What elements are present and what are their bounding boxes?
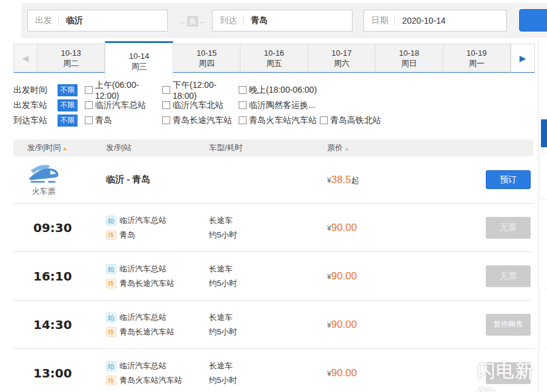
tab-date: 10-18 bbox=[399, 48, 419, 58]
price-cell: ¥90.00 bbox=[327, 222, 436, 234]
duration: 约5小时 bbox=[209, 276, 327, 291]
stations-cell: 始临沂汽车总站 终青岛 bbox=[106, 213, 209, 242]
checkbox[interactable] bbox=[239, 86, 247, 94]
filter-option[interactable]: 临沂汽车总站 bbox=[85, 100, 162, 111]
tab-date: 10-16 bbox=[264, 48, 284, 58]
checkbox[interactable] bbox=[162, 101, 170, 109]
type-cell: 长途车 约5小时 bbox=[209, 310, 327, 339]
tab-day: 周二 bbox=[63, 58, 79, 68]
stations-cell: 始临沂汽车总站 终青岛火车站汽车站 bbox=[106, 359, 209, 388]
no-ticket-button: 无票 bbox=[486, 265, 531, 287]
tab-date-10-16[interactable]: 10-16 周五 bbox=[240, 44, 308, 73]
prev-dates-button[interactable]: ◀ bbox=[13, 44, 38, 73]
checkbox[interactable] bbox=[239, 116, 247, 124]
swap-right-arrow-icon: → bbox=[199, 18, 205, 25]
departure-time: 16:10 bbox=[13, 269, 106, 284]
any-departure-station-button[interactable]: 不限 bbox=[58, 99, 78, 111]
watermark: 闪电新闻 bbox=[477, 359, 547, 392]
chevron-right-icon: ▶ bbox=[520, 53, 526, 63]
bus-type: 长途车 bbox=[209, 310, 327, 325]
departure-label: 出发 bbox=[28, 15, 58, 26]
filter-label: 出发时间 bbox=[13, 85, 58, 96]
filter-option[interactable]: 上午(06:00-12:00) bbox=[85, 80, 162, 101]
train-ticket-row: 火车票 临沂 - 青岛 ¥38.5起 预订 bbox=[13, 156, 533, 204]
checkbox[interactable] bbox=[320, 116, 328, 124]
any-time-button[interactable]: 不限 bbox=[58, 84, 78, 96]
tab-day: 周五 bbox=[266, 58, 282, 68]
stations-cell: 始临沂汽车总站 终青岛长途汽车站 bbox=[106, 310, 209, 339]
filter-option[interactable]: 青岛 bbox=[85, 115, 162, 126]
checkbox[interactable] bbox=[85, 101, 93, 109]
type-cell: 长途车 约5小时 bbox=[209, 213, 327, 242]
stations-cell: 始临沂汽车总站 终青岛长途汽车站 bbox=[106, 262, 209, 291]
side-panel-tab[interactable] bbox=[541, 119, 547, 147]
col-price[interactable]: 票价▲ bbox=[327, 142, 436, 153]
tab-date-10-19[interactable]: 10-19 周一 bbox=[443, 44, 511, 73]
tab-date: 10-15 bbox=[196, 48, 216, 58]
sort-asc-icon[interactable]: ▲ bbox=[62, 145, 68, 151]
tab-date-10-15[interactable]: 10-15 周四 bbox=[173, 44, 240, 73]
date-tabstrip: ◀ 10-13 周二 10-14 周三 10-15 周四 10-16 周五 10… bbox=[13, 41, 535, 79]
duration: 约5小时 bbox=[209, 228, 327, 242]
chevron-left-icon: ◀ bbox=[22, 53, 29, 63]
type-cell: 长途车 约5小时 bbox=[209, 359, 327, 388]
filter-option[interactable]: 青岛长途汽车站 bbox=[162, 115, 239, 126]
col-time[interactable]: 发/到时间▲ bbox=[13, 142, 106, 153]
train-ticket-caption: 火车票 bbox=[32, 186, 56, 197]
bus-row: 13:00 始临沂汽车总站 终青岛火车站汽车站 长途车 约5小时 ¥90.00 bbox=[13, 349, 533, 392]
tab-date-10-14-active[interactable]: 10-14 周三 bbox=[105, 41, 173, 79]
filter-option[interactable]: 晚上(18:00-06:00) bbox=[239, 85, 320, 96]
date-label: 日期 bbox=[364, 15, 394, 26]
checkbox[interactable] bbox=[162, 86, 170, 94]
tab-date: 10-13 bbox=[61, 48, 81, 58]
filter-option[interactable]: 青岛火车站汽车站 bbox=[239, 115, 320, 126]
date-value: 2020-10-14 bbox=[395, 16, 446, 25]
any-arrival-station-button[interactable]: 不限 bbox=[58, 115, 78, 127]
destination-station: 青岛火车站汽车站 bbox=[119, 373, 182, 388]
sales-paused-button: 暂停网售 bbox=[486, 314, 531, 336]
departure-time: 09:30 bbox=[13, 221, 106, 235]
price-cell: ¥90.00 bbox=[327, 270, 436, 282]
destination-tag: 终 bbox=[106, 230, 116, 240]
sort-asc-icon[interactable]: ▲ bbox=[344, 145, 350, 151]
search-button[interactable] bbox=[519, 9, 547, 32]
departure-field[interactable]: 出发 临沂 bbox=[27, 10, 168, 32]
tab-day: 周六 bbox=[334, 58, 350, 68]
search-bar: 出发 临沂 ← 换 → 到达 青岛 日期 2020-10-14 bbox=[21, 3, 547, 38]
destination-station: 青岛长途汽车站 bbox=[119, 276, 174, 291]
type-cell: 长途车 约5小时 bbox=[209, 262, 327, 291]
filters: 出发时间 不限 上午(06:00-12:00) 下午(12:00-18:00) … bbox=[13, 82, 533, 128]
tab-date-10-13[interactable]: 10-13 周二 bbox=[38, 44, 105, 73]
checkbox[interactable] bbox=[239, 101, 247, 109]
results-header: 发/到时间▲ 发/到站 车型/耗时 票价▲ bbox=[13, 139, 533, 156]
bus-row: 16:10 始临沂汽车总站 终青岛长途汽车站 长途车 约5小时 ¥90.00 无… bbox=[13, 252, 533, 301]
filter-option[interactable]: 青岛高铁北站 bbox=[320, 115, 381, 126]
book-train-button[interactable]: 预订 bbox=[486, 170, 531, 189]
destination-tag: 终 bbox=[106, 327, 116, 337]
no-ticket-button: 无票 bbox=[486, 217, 531, 239]
checkbox[interactable] bbox=[162, 116, 170, 124]
checkbox[interactable] bbox=[85, 86, 93, 94]
filter-departure-station: 出发车站 不限 临沂汽车总站 临沂汽车北站 临沂陶然客运换... bbox=[13, 98, 533, 113]
destination-station: 青岛长途汽车站 bbox=[119, 325, 174, 339]
next-dates-button[interactable]: ▶ bbox=[511, 44, 535, 73]
tab-date-10-17[interactable]: 10-17 周六 bbox=[308, 44, 376, 73]
col-stations: 发/到站 bbox=[106, 142, 209, 153]
col-type: 车型/耗时 bbox=[209, 142, 327, 153]
train-price: ¥38.5起 bbox=[327, 174, 436, 186]
origin-station: 临沂汽车总站 bbox=[119, 213, 167, 228]
filter-label: 出发车站 bbox=[13, 100, 58, 111]
date-field[interactable]: 日期 2020-10-14 bbox=[363, 10, 507, 32]
arrival-field[interactable]: 到达 青岛 bbox=[212, 10, 353, 32]
filter-label: 到达车站 bbox=[13, 115, 58, 126]
swap-stations-button[interactable]: ← 换 → bbox=[180, 16, 205, 27]
origin-tag: 始 bbox=[106, 313, 116, 322]
page: 出发 临沂 ← 换 → 到达 青岛 日期 2020-10-14 ◀ 10-13 … bbox=[0, 0, 547, 392]
filter-option[interactable]: 临沂汽车北站 bbox=[162, 100, 239, 111]
tab-date: 10-19 bbox=[466, 48, 486, 58]
filter-option[interactable]: 下午(12:00-18:00) bbox=[162, 80, 239, 101]
side-widget-box bbox=[540, 153, 547, 200]
tab-date-10-18[interactable]: 10-18 周日 bbox=[376, 44, 443, 73]
checkbox[interactable] bbox=[85, 116, 93, 124]
filter-option[interactable]: 临沂陶然客运换... bbox=[239, 100, 320, 111]
